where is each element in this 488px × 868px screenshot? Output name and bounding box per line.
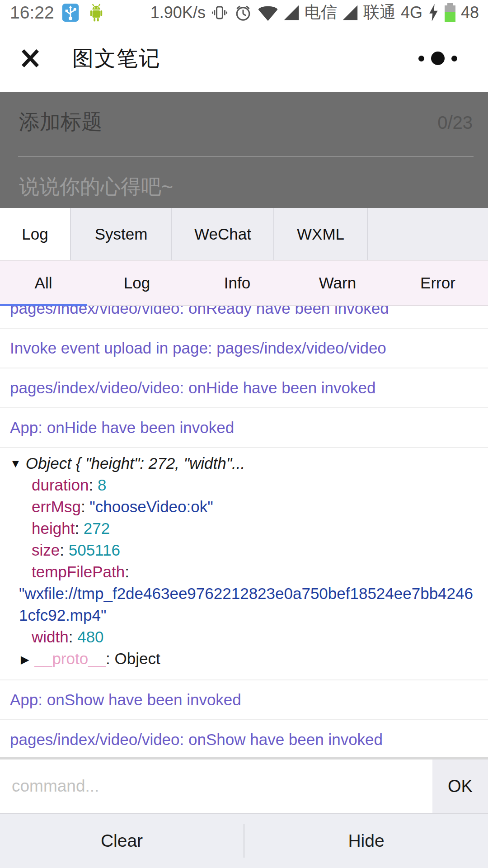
log-entry-text: App: onHide have been invoked (10, 419, 234, 436)
proto-value: Object (115, 650, 160, 667)
more-dot-icon (451, 56, 457, 61)
object-property-row: size: 505116 (0, 539, 479, 561)
log-filter-label: Log (124, 274, 150, 292)
log-filter[interactable]: Log (87, 261, 187, 305)
wifi-icon (258, 4, 278, 22)
more-dot-icon (418, 56, 424, 61)
property-value: "wxfile://tmp_f2de463ee9762212823e0a750b… (19, 583, 479, 626)
console-tab-label: System (95, 225, 148, 243)
note-title-input[interactable]: 添加标题 (19, 108, 102, 136)
more-dot-icon (431, 52, 445, 65)
clock: 16:22 (10, 3, 54, 23)
page-title: 图文笔记 (72, 44, 161, 73)
vibrate-icon (211, 3, 229, 22)
log-filter-bar: All Log Info Warn Error (0, 261, 488, 306)
log-entry-text: pages/index/video/video: onShow have bee… (10, 731, 383, 748)
proto-toggle[interactable]: ▶__proto__: Object (0, 648, 479, 670)
console-tab[interactable]: WeChat (172, 208, 274, 260)
signal-telecom-icon (283, 4, 300, 22)
log-entry-text: Invoke event upload in page: pages/index… (10, 339, 386, 357)
property-value: 8 (98, 476, 106, 494)
title-char-counter: 0/23 (437, 113, 473, 133)
log-entry-text: App: onShow have been invoked (10, 691, 241, 708)
signal-unicom-icon (342, 4, 358, 22)
object-property-row: width: 480 (0, 626, 479, 648)
note-content-input[interactable]: 说说你的心得吧~ (19, 173, 173, 200)
editor-dim-overlay: 添加标题 0/23 说说你的心得吧~ (0, 92, 488, 208)
status-bar: 16:22 (0, 0, 488, 25)
log-entry: pages/index/video/video: onShow have bee… (0, 720, 488, 757)
log-filter-label: Info (224, 274, 250, 292)
object-property-row: height: 272 (0, 518, 479, 539)
battery-icon (444, 3, 456, 22)
note-title-row: 添加标题 0/23 (19, 108, 473, 136)
property-value: 480 (77, 628, 103, 646)
console-tab[interactable]: System (71, 208, 172, 260)
property-key: height (32, 519, 75, 537)
screen: 16:22 (0, 0, 488, 868)
log-entry: pages/index/video/video: onHide have bee… (0, 368, 488, 408)
editor-divider (18, 156, 474, 157)
charging-icon (427, 3, 439, 22)
console-tab[interactable]: Log (0, 208, 71, 260)
property-value: 505116 (69, 541, 120, 559)
clear-button[interactable]: Clear (0, 831, 244, 851)
carrier-unicom-label: 联通 (363, 1, 396, 24)
object-preview-text: Object { "height": 272, "width"... (26, 454, 245, 472)
command-input[interactable] (0, 760, 432, 813)
log-filter[interactable]: All (0, 261, 87, 305)
status-left: 16:22 (10, 3, 106, 23)
vconsole-panel: Log System WeChat WXML All (0, 208, 488, 868)
log-entry-text: pages/index/video/video: onReady have be… (10, 306, 389, 317)
log-filter[interactable]: Error (388, 261, 488, 305)
property-key: duration (32, 476, 89, 494)
property-key: errMsg (32, 498, 81, 515)
log-entry: App: onShow have been invoked (0, 680, 488, 720)
log-entry: Invoke event upload in page: pages/index… (0, 329, 488, 368)
console-tab-label: WeChat (194, 225, 251, 243)
command-bar: OK (0, 760, 488, 813)
carrier-telecom-label: 电信 (305, 1, 337, 24)
property-value: "chooseVideo:ok" (89, 498, 213, 515)
log-entry-object: ▼Object { "height": 272, "width"... dura… (0, 448, 488, 680)
more-menu-button[interactable] (418, 52, 457, 65)
log-entry: App: onHide have been invoked (0, 408, 488, 448)
object-property-row: duration: 8 (0, 474, 479, 496)
log-entry-text: pages/index/video/video: onHide have bee… (10, 379, 375, 396)
alarm-icon (234, 3, 253, 22)
log-group: App: onShow have been invoked pages/inde… (0, 680, 488, 757)
title-bar: 图文笔记 (0, 25, 488, 92)
status-right: 1.90K/s 电信 (150, 1, 479, 24)
log-filter-label: Error (420, 274, 455, 292)
log-filter[interactable]: Info (187, 261, 287, 305)
close-button[interactable] (18, 46, 42, 71)
log-list: pages/index/video/video: onReady have be… (0, 306, 488, 757)
log-filter[interactable]: Warn (287, 261, 388, 305)
collapse-arrow-icon: ▶ (21, 649, 29, 670)
object-preview-toggle[interactable]: ▼Object { "height": 272, "width"... (0, 453, 479, 474)
property-key: size (32, 541, 60, 559)
expand-arrow-icon: ▼ (10, 453, 21, 474)
hide-button[interactable]: Hide (244, 831, 488, 851)
object-property-row: tempFilePath: "wxfile://tmp_f2de463ee976… (0, 561, 479, 626)
console-tab[interactable]: WXML (274, 208, 368, 260)
property-key: width (32, 628, 69, 646)
network-type-label: 4G (401, 3, 422, 22)
log-filter-label: Warn (319, 274, 356, 292)
usb-icon (61, 3, 80, 23)
object-property-row: errMsg: "chooseVideo:ok" (0, 496, 479, 518)
console-tab-bar: Log System WeChat WXML (0, 208, 488, 261)
property-key: tempFilePath (32, 563, 125, 580)
battery-percent-label: 48 (461, 3, 479, 22)
log-filter-label: All (35, 274, 52, 292)
command-ok-button[interactable]: OK (432, 760, 488, 813)
android-icon (87, 3, 106, 23)
close-icon (19, 47, 42, 70)
console-footer: Clear Hide (0, 813, 488, 868)
network-speed: 1.90K/s (150, 3, 206, 22)
log-group: pages/index/video/video: onReady have be… (0, 306, 488, 448)
console-tab-label: Log (22, 225, 48, 243)
console-tab-label: WXML (297, 225, 344, 243)
object-properties: duration: 8 errMsg: "chooseVideo:ok" hei… (0, 474, 479, 648)
log-entry: pages/index/video/video: onReady have be… (0, 306, 488, 329)
